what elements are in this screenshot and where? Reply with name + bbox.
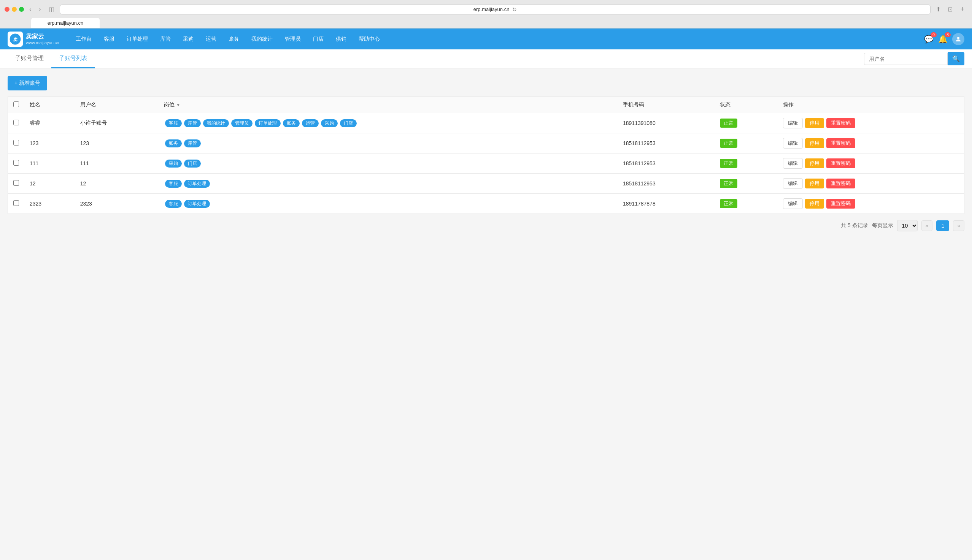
disable-button[interactable]: 停用 bbox=[805, 199, 824, 208]
nav-item-库管[interactable]: 库管 bbox=[155, 33, 176, 46]
col-header-phone: 手机号码 bbox=[617, 97, 714, 113]
user-avatar[interactable] bbox=[952, 33, 964, 45]
cell-username: 111 bbox=[75, 153, 159, 173]
nav-item-帮助中心[interactable]: 帮助中心 bbox=[353, 33, 385, 46]
browser-tab[interactable]: erp.maijiayun.cn bbox=[31, 18, 100, 28]
minimize-dot[interactable] bbox=[12, 7, 17, 12]
edit-button[interactable]: 编辑 bbox=[783, 138, 803, 148]
nav-item-账务[interactable]: 账务 bbox=[223, 33, 244, 46]
nav-item-我的统计[interactable]: 我的统计 bbox=[246, 33, 278, 46]
new-tab-plus[interactable]: + bbox=[957, 4, 967, 15]
position-tag: 门店 bbox=[340, 119, 357, 127]
logo-text: 卖家云 www.maijiayun.cn bbox=[26, 33, 59, 45]
table-row: 123123账务库管18518112953正常 编辑 停用 重置密码 bbox=[8, 133, 964, 153]
disable-button[interactable]: 停用 bbox=[805, 178, 824, 188]
row-checkbox-1[interactable] bbox=[13, 120, 19, 125]
prev-page-button[interactable]: « bbox=[922, 220, 933, 231]
nav-item-供销[interactable]: 供销 bbox=[330, 33, 352, 46]
nav-item-门店[interactable]: 门店 bbox=[308, 33, 329, 46]
nav-item-运营[interactable]: 运营 bbox=[201, 33, 222, 46]
position-tag: 我的统计 bbox=[203, 119, 229, 127]
page-size-select[interactable]: 102050 bbox=[897, 220, 918, 232]
nav-item-工作台[interactable]: 工作台 bbox=[70, 33, 97, 46]
header-actions: 💬 0 🔔 8 bbox=[924, 33, 964, 45]
cell-status: 正常 bbox=[714, 153, 778, 173]
add-account-button[interactable]: + 新增账号 bbox=[8, 76, 47, 90]
position-tag: 运营 bbox=[302, 119, 319, 127]
data-table: 姓名 用户名 岗位 ▼ 手机号码 状态 操作 bbox=[8, 97, 964, 214]
status-badge: 正常 bbox=[720, 199, 737, 208]
notification-badge: 8 bbox=[945, 32, 951, 37]
row-checkbox-2[interactable] bbox=[13, 140, 19, 145]
refresh-button[interactable]: ↻ bbox=[512, 7, 517, 13]
nav-item-采购[interactable]: 采购 bbox=[177, 33, 199, 46]
message-button[interactable]: 💬 0 bbox=[924, 35, 934, 44]
position-tag: 订单处理 bbox=[255, 119, 281, 127]
cell-name: 2323 bbox=[24, 194, 75, 214]
search-button[interactable]: 🔍 bbox=[948, 52, 964, 65]
reset-password-button[interactable]: 重置密码 bbox=[826, 138, 855, 148]
nav-item-订单处理[interactable]: 订单处理 bbox=[121, 33, 153, 46]
edit-button[interactable]: 编辑 bbox=[783, 178, 803, 189]
edit-button[interactable]: 编辑 bbox=[783, 118, 803, 128]
cell-username: 2323 bbox=[75, 194, 159, 214]
content-header: 子账号管理 子账号列表 🔍 bbox=[0, 49, 972, 68]
col-header-name: 姓名 bbox=[24, 97, 75, 113]
disable-button[interactable]: 停用 bbox=[805, 138, 824, 148]
cell-name: 12 bbox=[24, 173, 75, 194]
notification-button[interactable]: 🔔 8 bbox=[938, 35, 948, 44]
col-header-position[interactable]: 岗位 ▼ bbox=[159, 97, 617, 113]
svg-text:卖: 卖 bbox=[13, 37, 18, 42]
nav-menu: 工作台客服订单处理库管采购运营账务我的统计管理员门店供销帮助中心 bbox=[70, 33, 924, 46]
browser-actions: ⬆ ⊡ + bbox=[934, 4, 967, 15]
reset-password-button[interactable]: 重置密码 bbox=[826, 178, 855, 188]
nav-item-管理员[interactable]: 管理员 bbox=[279, 33, 306, 46]
col-header-action: 操作 bbox=[778, 97, 964, 113]
page-1-button[interactable]: 1 bbox=[936, 220, 949, 231]
cell-actions: 编辑 停用 重置密码 bbox=[778, 173, 964, 194]
reset-password-button[interactable]: 重置密码 bbox=[826, 118, 855, 128]
cell-actions: 编辑 停用 重置密码 bbox=[778, 113, 964, 133]
search-input[interactable] bbox=[864, 53, 948, 65]
disable-button[interactable]: 停用 bbox=[805, 118, 824, 128]
svg-point-2 bbox=[957, 37, 959, 39]
back-button[interactable]: ‹ bbox=[27, 5, 33, 14]
row-checkbox-4[interactable] bbox=[13, 180, 19, 186]
next-page-button[interactable]: » bbox=[953, 220, 964, 231]
sidebar-toggle-button[interactable]: ◫ bbox=[47, 5, 57, 14]
close-dot[interactable] bbox=[5, 7, 10, 12]
select-all-checkbox[interactable] bbox=[13, 102, 19, 107]
per-page-label: 每页显示 bbox=[872, 222, 893, 229]
cell-status: 正常 bbox=[714, 133, 778, 153]
maximize-dot[interactable] bbox=[19, 7, 24, 12]
cell-username: 12 bbox=[75, 173, 159, 194]
disable-button[interactable]: 停用 bbox=[805, 158, 824, 168]
cell-positions: 客服订单处理 bbox=[159, 173, 617, 194]
table-row: 1212客服订单处理18518112953正常 编辑 停用 重置密码 bbox=[8, 173, 964, 194]
row-checkbox-3[interactable] bbox=[13, 160, 19, 166]
logo[interactable]: 卖 卖家云 www.maijiayun.cn bbox=[8, 32, 59, 47]
traffic-lights bbox=[5, 7, 24, 12]
position-tag: 库管 bbox=[184, 119, 201, 127]
nav-item-客服[interactable]: 客服 bbox=[99, 33, 120, 46]
breadcrumb-tabs: 子账号管理 子账号列表 bbox=[8, 49, 95, 68]
add-tab-button[interactable]: ⊡ bbox=[945, 4, 955, 15]
tab-sub-account-management[interactable]: 子账号管理 bbox=[8, 49, 51, 68]
reset-password-button[interactable]: 重置密码 bbox=[826, 158, 855, 168]
cell-status: 正常 bbox=[714, 113, 778, 133]
position-tag: 采购 bbox=[321, 119, 338, 127]
position-tag: 采购 bbox=[165, 160, 182, 168]
position-tag: 账务 bbox=[283, 119, 299, 127]
forward-button[interactable]: › bbox=[37, 5, 43, 14]
message-badge: 0 bbox=[930, 32, 937, 37]
edit-button[interactable]: 编辑 bbox=[783, 158, 803, 169]
row-checkbox-5[interactable] bbox=[13, 200, 19, 206]
address-bar[interactable]: erp.maijiayun.cn ↻ bbox=[60, 5, 931, 15]
share-button[interactable]: ⬆ bbox=[934, 4, 943, 15]
cell-status: 正常 bbox=[714, 173, 778, 194]
status-badge: 正常 bbox=[720, 179, 737, 188]
tab-sub-account-list[interactable]: 子账号列表 bbox=[51, 49, 95, 68]
cell-name: 111 bbox=[24, 153, 75, 173]
edit-button[interactable]: 编辑 bbox=[783, 198, 803, 209]
reset-password-button[interactable]: 重置密码 bbox=[826, 199, 855, 208]
